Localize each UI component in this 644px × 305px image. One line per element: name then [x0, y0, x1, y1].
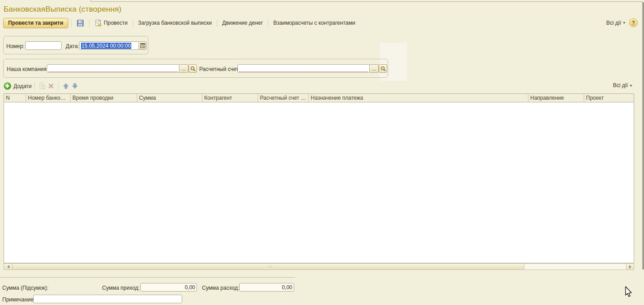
triangle-right-icon [629, 265, 631, 269]
column-header-direction[interactable]: Направление [528, 94, 584, 102]
toolbar-separator [71, 19, 72, 27]
add-icon [4, 82, 11, 90]
chevron-down-icon [623, 22, 626, 24]
column-header-n[interactable]: N [4, 94, 26, 102]
add-row-button[interactable]: Додати [4, 82, 31, 90]
page-title: БанковскаяВыписка (створення) [4, 5, 121, 14]
arrow-up-icon [63, 83, 69, 89]
arrow-down-icon [72, 83, 78, 89]
expense-amount-field[interactable] [239, 283, 294, 292]
toolbar-separator [217, 19, 217, 27]
copy-row-button[interactable] [37, 82, 46, 91]
ellipsis-icon: ... [182, 66, 186, 71]
expense-label: Сумма расход: [202, 285, 239, 291]
company-label: Наша компания: [7, 66, 48, 72]
triangle-left-icon [7, 265, 9, 269]
ellipsis-icon: ... [372, 66, 376, 71]
all-actions-label: Всі дії [606, 20, 621, 26]
income-amount-field[interactable] [140, 283, 197, 292]
move-up-button[interactable] [61, 82, 70, 91]
delete-x-icon [48, 83, 54, 89]
scroll-right-button[interactable] [626, 264, 634, 270]
column-header-payment-purpose[interactable]: Назначение платежа [309, 94, 528, 102]
calendar-icon [140, 43, 145, 48]
company-input[interactable] [47, 64, 179, 73]
chevron-down-icon [630, 85, 632, 87]
account-search-button[interactable] [379, 64, 387, 73]
copy-icon [38, 82, 46, 90]
post-document-icon [94, 19, 102, 27]
toolbar-separator [34, 82, 35, 90]
command-bar: Провести та закрити [3, 18, 358, 28]
note-input[interactable] [33, 295, 182, 303]
save-icon [76, 19, 84, 27]
delete-row-button[interactable] [46, 82, 55, 91]
date-selected-text: 15.05.2024 00:00:00 [81, 43, 131, 49]
horizontal-scrollbar[interactable] [4, 263, 634, 270]
scrollbar-grip [268, 265, 272, 268]
income-label: Сумма приход: [102, 285, 140, 291]
toolbar-separator [133, 19, 133, 27]
column-header-counterparty-account[interactable]: Расчетный счет конт... [258, 94, 309, 102]
list-toolbar: Додати [4, 81, 79, 91]
number-label: Номер: [6, 43, 24, 49]
toolbar-separator [268, 19, 268, 27]
footer-separator [0, 277, 295, 278]
load-bank-statement-button[interactable]: Загрузка банковской выписки [136, 18, 214, 28]
counterparty-settlements-button[interactable]: Взаиморасчеты с контрагентами [271, 18, 358, 28]
post-button-label: Провести [104, 20, 128, 26]
post-button[interactable]: Провести [92, 18, 130, 28]
scroll-left-button[interactable] [4, 264, 13, 270]
date-input[interactable]: 15.05.2024 00:00:00 [79, 41, 139, 50]
money-movement-button[interactable]: Движение денег [220, 18, 265, 28]
search-icon [190, 66, 196, 71]
list-all-actions-label: Всі дії [613, 82, 628, 88]
column-header-posting-time[interactable]: Время проводки [71, 94, 137, 102]
command-bar-right: Всі дії ? [606, 18, 638, 27]
mouse-cursor [623, 286, 632, 298]
column-header-counterparty[interactable]: Контрагент [202, 94, 258, 102]
company-search-button[interactable] [188, 64, 197, 73]
move-down-button[interactable] [70, 82, 79, 91]
all-actions-button[interactable]: Всі дії [606, 20, 626, 26]
column-header-amount[interactable]: Сумма [137, 94, 202, 102]
date-calendar-button[interactable] [139, 41, 147, 50]
list-all-actions-button[interactable]: Всі дії [613, 82, 632, 88]
post-and-close-button[interactable]: Провести та закрити [3, 18, 68, 28]
toolbar-separator [89, 19, 89, 27]
company-choose-button[interactable]: ... [179, 64, 188, 73]
add-row-label: Додати [13, 83, 31, 89]
scrollbar-track[interactable] [524, 264, 626, 270]
total-label: Сумма (Підсумок): [2, 285, 49, 291]
table-header-row[interactable]: N Номер банковый Время проводки Сумма Ко… [4, 93, 634, 102]
help-button[interactable]: ? [629, 18, 638, 27]
scrollbar-thumb[interactable] [13, 264, 524, 270]
table-body-empty[interactable] [4, 102, 634, 263]
note-label: Примечание: [2, 296, 35, 303]
column-header-bank-number[interactable]: Номер банковый [26, 94, 71, 102]
number-input[interactable] [25, 41, 62, 50]
toolbar-separator [58, 82, 58, 90]
account-label: Расчетный счет: [199, 66, 240, 72]
date-label: Дата: [66, 43, 79, 49]
window-frame-tab-edge [90, 0, 91, 2]
window-frame-top-border [90, 1, 642, 2]
account-choose-button[interactable]: ... [369, 64, 379, 73]
column-header-project[interactable]: Проект [584, 94, 634, 102]
account-input[interactable] [237, 64, 370, 73]
save-button[interactable] [74, 18, 86, 28]
search-icon [380, 66, 386, 71]
